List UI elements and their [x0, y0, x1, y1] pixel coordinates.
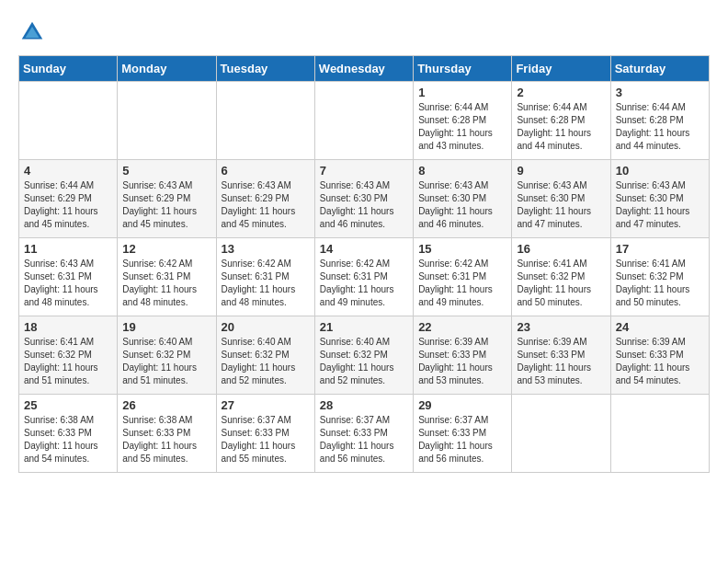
- day-info: Sunrise: 6:44 AMSunset: 6:28 PMDaylight:…: [517, 101, 605, 153]
- col-saturday: Saturday: [610, 56, 709, 82]
- col-wednesday: Wednesday: [314, 56, 413, 82]
- day-info: Sunrise: 6:37 AMSunset: 6:33 PMDaylight:…: [222, 414, 310, 465]
- calendar-cell: 8Sunrise: 6:43 AMSunset: 6:30 PMDaylight…: [414, 160, 512, 238]
- calendar-cell: 21Sunrise: 6:40 AMSunset: 6:32 PMDayligh…: [314, 316, 413, 395]
- day-number: 28: [320, 398, 408, 412]
- day-info: Sunrise: 6:44 AMSunset: 6:29 PMDaylight:…: [24, 179, 112, 231]
- calendar-cell: 15Sunrise: 6:42 AMSunset: 6:31 PMDayligh…: [414, 238, 512, 316]
- col-sunday: Sunday: [19, 56, 118, 82]
- day-info: Sunrise: 6:41 AMSunset: 6:32 PMDaylight:…: [24, 336, 112, 387]
- col-tuesday: Tuesday: [216, 56, 314, 82]
- calendar-cell: 13Sunrise: 6:42 AMSunset: 6:31 PMDayligh…: [216, 238, 314, 316]
- calendar-week-4: 18Sunrise: 6:41 AMSunset: 6:32 PMDayligh…: [19, 316, 710, 395]
- calendar-cell: 11Sunrise: 6:43 AMSunset: 6:31 PMDayligh…: [19, 238, 118, 316]
- day-info: Sunrise: 6:43 AMSunset: 6:30 PMDaylight:…: [320, 179, 408, 231]
- day-number: 22: [418, 320, 506, 334]
- calendar-week-1: 1Sunrise: 6:44 AMSunset: 6:28 PMDaylight…: [19, 82, 710, 160]
- day-number: 19: [122, 320, 210, 334]
- calendar-cell: 22Sunrise: 6:39 AMSunset: 6:33 PMDayligh…: [414, 316, 512, 395]
- day-number: 27: [222, 398, 310, 412]
- day-number: 2: [517, 86, 605, 99]
- calendar-cell: 25Sunrise: 6:38 AMSunset: 6:33 PMDayligh…: [19, 395, 118, 473]
- day-info: Sunrise: 6:42 AMSunset: 6:31 PMDaylight:…: [320, 258, 408, 309]
- day-number: 15: [418, 242, 506, 256]
- calendar-cell: 4Sunrise: 6:44 AMSunset: 6:29 PMDaylight…: [19, 160, 118, 238]
- day-number: 9: [517, 164, 605, 178]
- day-info: Sunrise: 6:40 AMSunset: 6:32 PMDaylight:…: [122, 336, 210, 387]
- calendar-cell: 23Sunrise: 6:39 AMSunset: 6:33 PMDayligh…: [512, 316, 610, 395]
- day-info: Sunrise: 6:39 AMSunset: 6:33 PMDaylight:…: [616, 336, 704, 387]
- calendar-cell: [610, 395, 709, 473]
- day-number: 4: [24, 164, 112, 178]
- calendar-cell: 16Sunrise: 6:41 AMSunset: 6:32 PMDayligh…: [512, 238, 610, 316]
- col-monday: Monday: [118, 56, 216, 82]
- calendar-cell: 10Sunrise: 6:43 AMSunset: 6:30 PMDayligh…: [610, 160, 709, 238]
- logo: [18, 18, 50, 46]
- calendar-cell: 12Sunrise: 6:42 AMSunset: 6:31 PMDayligh…: [118, 238, 216, 316]
- day-number: 1: [418, 86, 506, 99]
- day-info: Sunrise: 6:38 AMSunset: 6:33 PMDaylight:…: [122, 414, 210, 465]
- day-info: Sunrise: 6:37 AMSunset: 6:33 PMDaylight:…: [320, 414, 408, 465]
- calendar-cell: 7Sunrise: 6:43 AMSunset: 6:30 PMDaylight…: [314, 160, 413, 238]
- calendar-cell: 27Sunrise: 6:37 AMSunset: 6:33 PMDayligh…: [216, 395, 314, 473]
- day-info: Sunrise: 6:42 AMSunset: 6:31 PMDaylight:…: [122, 258, 210, 309]
- day-info: Sunrise: 6:43 AMSunset: 6:30 PMDaylight:…: [418, 179, 506, 231]
- day-number: 13: [222, 242, 310, 256]
- calendar-cell: [19, 82, 118, 160]
- calendar-cell: 6Sunrise: 6:43 AMSunset: 6:29 PMDaylight…: [216, 160, 314, 238]
- day-number: 8: [418, 164, 506, 178]
- calendar-cell: 2Sunrise: 6:44 AMSunset: 6:28 PMDaylight…: [512, 82, 610, 160]
- day-info: Sunrise: 6:43 AMSunset: 6:30 PMDaylight:…: [616, 179, 704, 231]
- calendar-body: 1Sunrise: 6:44 AMSunset: 6:28 PMDaylight…: [19, 82, 710, 473]
- calendar-cell: 5Sunrise: 6:43 AMSunset: 6:29 PMDaylight…: [118, 160, 216, 238]
- col-thursday: Thursday: [414, 56, 512, 82]
- day-number: 12: [122, 242, 210, 256]
- calendar-cell: 18Sunrise: 6:41 AMSunset: 6:32 PMDayligh…: [19, 316, 118, 395]
- day-number: 29: [418, 398, 506, 412]
- calendar-cell: 14Sunrise: 6:42 AMSunset: 6:31 PMDayligh…: [314, 238, 413, 316]
- day-number: 20: [222, 320, 310, 334]
- day-number: 26: [122, 398, 210, 412]
- calendar-cell: 26Sunrise: 6:38 AMSunset: 6:33 PMDayligh…: [118, 395, 216, 473]
- day-number: 11: [24, 242, 112, 256]
- calendar-cell: 9Sunrise: 6:43 AMSunset: 6:30 PMDaylight…: [512, 160, 610, 238]
- calendar-header: Sunday Monday Tuesday Wednesday Thursday…: [19, 56, 710, 82]
- header-row: Sunday Monday Tuesday Wednesday Thursday…: [19, 56, 710, 82]
- calendar-week-5: 25Sunrise: 6:38 AMSunset: 6:33 PMDayligh…: [19, 395, 710, 473]
- day-number: 23: [517, 320, 605, 334]
- calendar-table: Sunday Monday Tuesday Wednesday Thursday…: [18, 55, 710, 473]
- day-info: Sunrise: 6:41 AMSunset: 6:32 PMDaylight:…: [517, 258, 605, 309]
- calendar-week-2: 4Sunrise: 6:44 AMSunset: 6:29 PMDaylight…: [19, 160, 710, 238]
- day-number: 14: [320, 242, 408, 256]
- logo-icon: [18, 18, 46, 46]
- day-info: Sunrise: 6:37 AMSunset: 6:33 PMDaylight:…: [418, 414, 506, 465]
- col-friday: Friday: [512, 56, 610, 82]
- day-info: Sunrise: 6:43 AMSunset: 6:30 PMDaylight:…: [517, 179, 605, 231]
- calendar-cell: 1Sunrise: 6:44 AMSunset: 6:28 PMDaylight…: [414, 82, 512, 160]
- day-number: 10: [616, 164, 704, 178]
- day-number: 16: [517, 242, 605, 256]
- day-info: Sunrise: 6:39 AMSunset: 6:33 PMDaylight:…: [517, 336, 605, 387]
- calendar-cell: 20Sunrise: 6:40 AMSunset: 6:32 PMDayligh…: [216, 316, 314, 395]
- day-info: Sunrise: 6:44 AMSunset: 6:28 PMDaylight:…: [418, 101, 506, 153]
- day-number: 24: [616, 320, 704, 334]
- day-number: 21: [320, 320, 408, 334]
- day-info: Sunrise: 6:43 AMSunset: 6:29 PMDaylight:…: [122, 179, 210, 231]
- calendar-week-3: 11Sunrise: 6:43 AMSunset: 6:31 PMDayligh…: [19, 238, 710, 316]
- day-info: Sunrise: 6:43 AMSunset: 6:31 PMDaylight:…: [24, 258, 112, 309]
- day-number: 5: [122, 164, 210, 178]
- day-info: Sunrise: 6:42 AMSunset: 6:31 PMDaylight:…: [222, 258, 310, 309]
- day-number: 7: [320, 164, 408, 178]
- day-info: Sunrise: 6:40 AMSunset: 6:32 PMDaylight:…: [320, 336, 408, 387]
- calendar-cell: 3Sunrise: 6:44 AMSunset: 6:28 PMDaylight…: [610, 82, 709, 160]
- day-info: Sunrise: 6:39 AMSunset: 6:33 PMDaylight:…: [418, 336, 506, 387]
- calendar-cell: [118, 82, 216, 160]
- day-number: 18: [24, 320, 112, 334]
- calendar-cell: 29Sunrise: 6:37 AMSunset: 6:33 PMDayligh…: [414, 395, 512, 473]
- day-info: Sunrise: 6:41 AMSunset: 6:32 PMDaylight:…: [616, 258, 704, 309]
- day-info: Sunrise: 6:44 AMSunset: 6:28 PMDaylight:…: [616, 101, 704, 153]
- day-number: 17: [616, 242, 704, 256]
- calendar-cell: 28Sunrise: 6:37 AMSunset: 6:33 PMDayligh…: [314, 395, 413, 473]
- day-info: Sunrise: 6:42 AMSunset: 6:31 PMDaylight:…: [418, 258, 506, 309]
- calendar-cell: 24Sunrise: 6:39 AMSunset: 6:33 PMDayligh…: [610, 316, 709, 395]
